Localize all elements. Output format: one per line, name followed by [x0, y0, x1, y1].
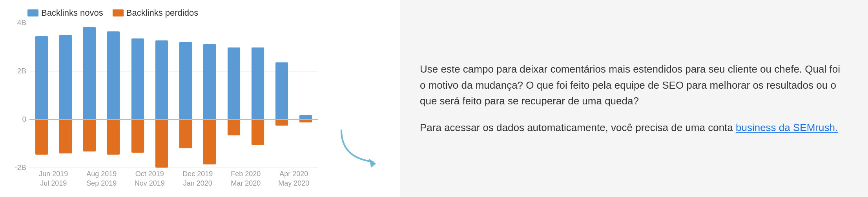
y-label-2: 0 [22, 115, 26, 124]
legend-label-new: Backlinks novos [41, 8, 103, 18]
legend-color-new [27, 9, 38, 16]
bar-group-10 [270, 23, 294, 168]
bar-negative-4 [131, 119, 144, 153]
arrow-icon [334, 119, 388, 173]
bar-negative-1 [59, 119, 72, 153]
bar-negative-5 [155, 119, 168, 168]
x-label-group-5: Apr 2020May 2020 [270, 168, 318, 189]
x-label-bottom-0: Jul 2019 [40, 179, 67, 188]
bar-group-3 [102, 23, 126, 168]
bar-group-0 [29, 23, 53, 168]
legend-item-new: Backlinks novos [27, 8, 103, 18]
info-paragraph2-prefix: Para acessar os dados automaticamente, v… [420, 122, 736, 133]
bar-positive-8 [228, 47, 240, 119]
x-label-group-2: Oct 2019Nov 2019 [126, 168, 174, 189]
x-label-top-3: Dec 2019 [182, 170, 213, 178]
x-label-bottom-4: Mar 2020 [231, 179, 261, 188]
info-paragraph1: Use este campo para deixar comentários m… [420, 61, 848, 109]
x-label-top-1: Aug 2019 [86, 170, 117, 178]
chart-section: Backlinks novos Backlinks perdidos Jun 2… [0, 0, 322, 197]
bar-negative-6 [179, 119, 192, 148]
arrow-section [322, 0, 400, 197]
bar-negative-2 [83, 119, 96, 151]
bar-group-2 [78, 23, 102, 168]
x-label-top-2: Oct 2019 [135, 170, 164, 178]
x-label-bottom-3: Jan 2020 [183, 179, 212, 188]
info-paragraph2: Para acessar os dados automaticamente, v… [420, 120, 848, 135]
bar-positive-9 [252, 47, 264, 119]
x-label-group-4: Feb 2020Mar 2020 [222, 168, 270, 189]
bar-group-4 [126, 23, 150, 168]
bar-positive-6 [179, 42, 192, 119]
bar-positive-7 [203, 44, 216, 119]
legend-item-lost: Backlinks perdidos [113, 8, 198, 18]
bar-negative-7 [203, 119, 216, 164]
bar-positive-5 [155, 40, 168, 119]
info-panel: Use este campo para deixar comentários m… [400, 0, 868, 197]
zero-line [29, 119, 318, 120]
chart-inner [29, 23, 318, 168]
x-axis-labels: Jun 2019Jul 2019Aug 2019Sep 2019Oct 2019… [29, 168, 318, 189]
x-label-top-4: Feb 2020 [231, 170, 261, 178]
bar-positive-3 [107, 31, 120, 119]
bar-group-5 [150, 23, 173, 168]
bar-positive-10 [275, 62, 288, 119]
x-label-group-1: Aug 2019Sep 2019 [78, 168, 126, 189]
bar-group-6 [174, 23, 198, 168]
bar-group-1 [53, 23, 77, 168]
x-label-bottom-1: Sep 2019 [86, 179, 117, 188]
bar-group-11 [294, 23, 318, 168]
y-label-0: 4B [17, 18, 26, 27]
bar-positive-2 [83, 27, 96, 119]
x-label-bottom-5: May 2020 [278, 179, 309, 188]
legend-label-lost: Backlinks perdidos [126, 8, 198, 18]
legend-color-lost [113, 9, 124, 16]
x-label-bottom-2: Nov 2019 [135, 179, 165, 188]
bar-group-9 [246, 23, 270, 168]
bar-positive-1 [59, 35, 72, 119]
bar-positive-4 [131, 38, 144, 119]
bar-negative-9 [252, 119, 264, 145]
bar-negative-10 [275, 119, 288, 126]
x-label-top-5: Apr 2020 [279, 170, 308, 178]
x-label-group-3: Dec 2019Jan 2020 [174, 168, 222, 189]
bar-positive-0 [35, 36, 48, 119]
y-axis-labels: 4B2B0-2B [8, 23, 29, 168]
svg-marker-0 [369, 159, 376, 168]
bar-negative-0 [35, 119, 48, 155]
bars-container [29, 23, 318, 168]
x-label-group-0: Jun 2019Jul 2019 [29, 168, 78, 189]
chart-area: Jun 2019Jul 2019Aug 2019Sep 2019Oct 2019… [8, 23, 318, 189]
bar-positive-11 [299, 115, 312, 119]
bar-group-8 [222, 23, 246, 168]
x-label-top-0: Jun 2019 [39, 170, 68, 178]
semrush-link[interactable]: business da SEMrush. [736, 122, 838, 133]
chart-legend: Backlinks novos Backlinks perdidos [8, 8, 318, 18]
y-label-1: 2B [17, 67, 26, 75]
y-label-3: -2B [15, 163, 26, 172]
bar-negative-8 [228, 119, 240, 135]
bar-group-7 [198, 23, 222, 168]
bar-negative-3 [107, 119, 120, 155]
